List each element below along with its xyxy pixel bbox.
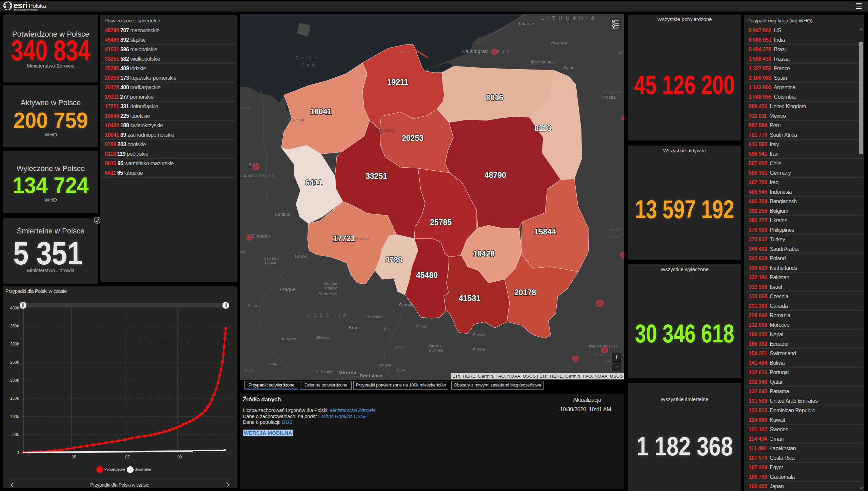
svg-text:Nitra: Nitra <box>397 367 406 372</box>
svg-text:05: 05 <box>72 455 76 459</box>
svg-text:Marijampole: Marijampole <box>531 60 555 64</box>
svg-text:Dresden: Dresden <box>252 233 270 239</box>
svg-text:Taurage: Taurage <box>518 21 534 26</box>
svg-text:Prague: Prague <box>279 287 296 292</box>
svg-text:St Polten: St Polten <box>316 370 332 374</box>
svg-text:Pardubice: Pardubice <box>319 292 337 296</box>
svg-text:Vienna: Vienna <box>339 370 357 375</box>
svg-text:8016: 8016 <box>486 93 503 102</box>
svg-text:Olomouc: Olomouc <box>366 315 382 319</box>
svg-text:HRODZYEN...: HRODZYEN... <box>603 90 624 93</box>
svg-text:Zlin: Zlin <box>383 327 390 331</box>
svg-text:Przypadki dla Polski w czasie: Przypadki dla Polski w czasie <box>90 482 150 488</box>
svg-text:Kaunas: Kaunas <box>551 40 567 45</box>
svg-text:Labem: Labem <box>265 261 277 265</box>
svg-text:Śmiertelne: Śmiertelne <box>135 467 151 471</box>
svg-text:Pilsen: Pilsen <box>248 303 260 308</box>
svg-text:17721: 17721 <box>333 234 355 243</box>
svg-text:400k: 400k <box>10 306 19 310</box>
svg-text:Kosice: Kosice <box>473 347 485 351</box>
svg-text:OBLAST: OBLAST <box>606 234 623 238</box>
svg-text:TERN: TERN <box>240 105 251 109</box>
svg-text:Vilni: Vilni <box>618 50 624 55</box>
svg-text:B a l t i c: B a l t i c <box>296 55 320 60</box>
svg-text:09: 09 <box>177 455 182 459</box>
svg-text:Szczecin: Szczecin <box>288 117 305 122</box>
svg-text:Polska: Polska <box>29 3 46 9</box>
svg-text:THE SCIENCE OF WHERE: THE SCIENCE OF WHERE <box>14 9 38 11</box>
svg-text:Presov: Presov <box>473 333 485 337</box>
svg-text:C Z E C H I A: C Z E C H I A <box>307 313 347 318</box>
svg-text:Bratislava: Bratislava <box>359 373 382 378</box>
svg-text:Wroclaw: Wroclaw <box>353 237 370 241</box>
svg-text:Budweis: Budweis <box>280 337 296 341</box>
svg-text:esri: esri <box>14 1 27 10</box>
svg-text:Kaliningrad: Kaliningrad <box>462 49 488 54</box>
svg-text:Przypadki dla Polski w czasie: Przypadki dla Polski w czasie <box>5 288 67 294</box>
svg-text:45480: 45480 <box>416 271 438 280</box>
svg-text:15844: 15844 <box>534 227 556 236</box>
svg-text:6411: 6411 <box>305 178 322 187</box>
svg-text:Banska: Banska <box>428 343 442 347</box>
svg-text:VOLYN: VOLYN <box>608 228 622 231</box>
svg-text:50k: 50k <box>13 432 19 437</box>
svg-text:100k: 100k <box>10 414 19 419</box>
svg-text:Jihlava: Jihlava <box>316 335 329 339</box>
svg-text:ANDENBURG: ANDENBURG <box>249 174 275 177</box>
svg-text:Alytus: Alytus <box>562 65 574 70</box>
svg-text:0: 0 <box>17 450 19 455</box>
svg-text:Hradec: Hradec <box>324 282 337 286</box>
svg-text:9789: 9789 <box>385 256 402 264</box>
svg-text:Brno: Brno <box>349 325 358 330</box>
svg-text:Ostrava: Ostrava <box>399 303 415 307</box>
svg-text:10420: 10420 <box>473 249 495 258</box>
svg-text:S e a: S e a <box>301 62 315 68</box>
svg-text:07: 07 <box>125 455 130 459</box>
svg-text:Kralove: Kralove <box>324 286 338 290</box>
svg-text:Bydgoszcz: Bydgoszcz <box>374 128 395 133</box>
svg-text:Usti nad: Usti nad <box>264 256 279 260</box>
svg-text:nnitz: nnitz <box>240 249 245 253</box>
svg-text:L I T H U A N I A: L I T H U A N I A <box>541 15 595 21</box>
svg-text:300k: 300k <box>10 342 19 346</box>
svg-text:150k: 150k <box>10 396 19 401</box>
svg-text:10041: 10041 <box>310 107 332 116</box>
svg-text:350k: 350k <box>10 324 19 328</box>
svg-text:48790: 48790 <box>485 171 506 180</box>
svg-text:Krakow: Krakow <box>443 288 458 293</box>
svg-text:25785: 25785 <box>430 218 452 227</box>
svg-text:20178: 20178 <box>514 288 536 297</box>
svg-text:Trnava: Trnava <box>379 363 391 367</box>
svg-text:Gdynia: Gdynia <box>397 50 410 54</box>
svg-text:Hronda: Hronda <box>601 95 616 100</box>
svg-text:UPPER: UPPER <box>241 369 254 372</box>
svg-text:Zilina: Zilina <box>416 325 426 329</box>
svg-text:41531: 41531 <box>459 294 480 303</box>
svg-text:Potwierdzone: Potwierdzone <box>104 468 125 471</box>
svg-text:Trencin: Trencin <box>393 345 406 349</box>
svg-text:Cottbus: Cottbus <box>275 212 290 217</box>
svg-text:20253: 20253 <box>402 134 423 143</box>
svg-text:250k: 250k <box>10 360 19 365</box>
svg-text:200k: 200k <box>10 378 19 383</box>
svg-text:33251: 33251 <box>366 172 387 181</box>
svg-text:Linz: Linz <box>270 361 277 365</box>
svg-text:8113: 8113 <box>534 124 551 133</box>
svg-text:Bystrica: Bystrica <box>429 348 443 352</box>
svg-text:Liberec: Liberec <box>295 254 309 258</box>
svg-text:19211: 19211 <box>387 78 409 87</box>
